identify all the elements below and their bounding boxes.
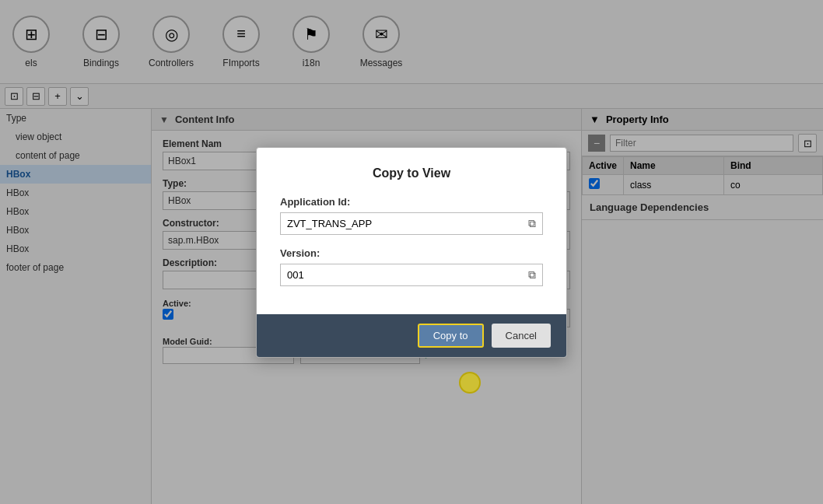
modal-body: Copy to View Application Id: ⧉ Version: …	[257, 148, 566, 314]
app-id-field: Application Id: ⧉	[280, 196, 543, 235]
app-id-expand-icon[interactable]: ⧉	[528, 217, 536, 230]
version-input[interactable]	[287, 269, 524, 281]
app-id-label: Application Id:	[280, 196, 543, 208]
app-id-input[interactable]	[287, 218, 524, 229]
copy-to-button[interactable]: Copy to	[418, 324, 484, 348]
modal-footer: Copy to Cancel	[257, 314, 566, 357]
app-id-input-container: ⧉	[280, 212, 543, 235]
version-input-container: ⧉	[280, 264, 543, 286]
copy-to-view-modal: Copy to View Application Id: ⧉ Version: …	[256, 147, 567, 358]
version-label: Version:	[280, 247, 543, 259]
modal-overlay: Copy to View Application Id: ⧉ Version: …	[0, 0, 823, 504]
version-expand-icon[interactable]: ⧉	[528, 268, 536, 282]
cancel-button[interactable]: Cancel	[492, 324, 551, 348]
modal-title: Copy to View	[280, 166, 543, 180]
version-field: Version: ⧉	[280, 247, 543, 286]
